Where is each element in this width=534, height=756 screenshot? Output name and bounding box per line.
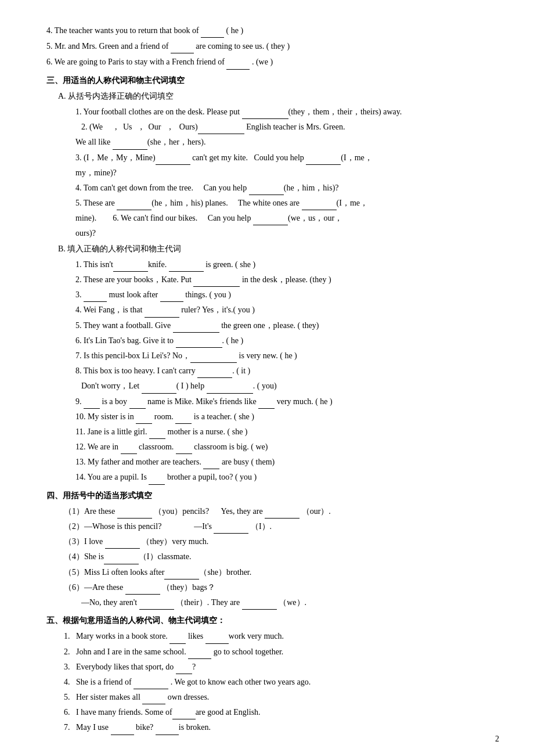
blank-3b12b [176, 445, 192, 454]
q4-4: （4）She is（I）classmate. [64, 549, 499, 564]
blank-3b3b [160, 293, 183, 302]
blank-3b2 [193, 278, 240, 287]
q5-3: 3. Everybody likes that sport, do ? [64, 660, 499, 674]
q3b14: 14. You are a pupil. Is brother a pupil,… [75, 470, 499, 484]
blank-3a6 [253, 216, 288, 225]
q3b13: 13. My father and mother are teachers. a… [75, 455, 499, 469]
q3b12: 12. We are in classroom. classroom is bi… [75, 440, 499, 454]
blank-3b6 [176, 339, 222, 348]
q3b5: 5. They want a football. Give the green … [75, 318, 499, 333]
q3a5d: ours)? [75, 226, 499, 240]
blank-3b5 [173, 323, 219, 333]
q3b9: 9. is a boy name is Mike. Mike's friends… [75, 394, 499, 409]
blank-5-7b [156, 726, 179, 735]
blank-5-6 [172, 710, 196, 719]
blank-3b10b [175, 415, 192, 424]
blank-3b4 [145, 308, 179, 318]
q3b8a: 8. This box is too heavy. I can't carry … [75, 363, 499, 378]
q3a3c: my，mine)? [75, 165, 499, 180]
section-3a-title: A. 从括号内选择正确的代词填空 [58, 89, 499, 103]
blank-4-1a [117, 509, 152, 519]
blank-3b12a [121, 445, 137, 454]
q3b10: 10. My sister is in room. is a teacher. … [75, 409, 499, 424]
q5-6: 6. I have many friends. Some ofare good … [64, 705, 499, 719]
blank-5-3 [176, 665, 192, 674]
blank-5-5 [142, 695, 165, 704]
blank-3b8a [197, 369, 232, 378]
blank-4-6c [242, 600, 277, 610]
blank-5-2 [188, 650, 211, 659]
blank-5-1a [169, 635, 186, 644]
blank-4-6b [139, 600, 174, 610]
section-4-title: 四、用括号中的适当形式填空 [46, 488, 499, 503]
q3b3: 3. must look after things. ( you ) [75, 287, 499, 302]
q3b8b: Don't worry，Let ( I ) help . ( you) [81, 379, 499, 393]
q3b6: 6. It's Lin Tao's bag. Give it to . ( he… [75, 333, 499, 348]
blank-3a1 [242, 110, 288, 119]
section-3-title: 三、用适当的人称代词和物主代词填空 [46, 73, 499, 88]
line-6: 6. We are going to Paris to stay with a … [46, 55, 499, 69]
blank-3b13 [203, 460, 219, 469]
q5-1: 1. Mary works in a book store. likes wor… [64, 629, 499, 643]
blank-4-3 [105, 539, 140, 549]
blank-4-5 [164, 570, 199, 579]
line-5: 5. Mr. and Mrs. Green and a friend of ar… [46, 39, 499, 53]
q4-6a: （6）—Are these （they）bags？ [64, 580, 499, 595]
blank-3a3b [306, 156, 341, 165]
q3a4: 4. Tom can't get down from the tree. Can… [75, 181, 499, 195]
blank-4-6a [125, 585, 160, 595]
blank-3b7 [190, 354, 237, 363]
page-number: 2 [495, 732, 499, 746]
blank-5-1b [205, 635, 229, 644]
blank-3b1a [113, 262, 148, 272]
blank-3b1b [169, 262, 204, 272]
q3a2b: We all like (she，her，hers). [75, 135, 499, 149]
blank-3a3a [156, 156, 190, 165]
blank-3b8b [142, 384, 176, 394]
page-container: 4. The teacher wants you to return that … [46, 23, 499, 735]
blank-4-4 [104, 555, 139, 564]
q3b2: 2. These are your books，Kate. Put in the… [75, 272, 499, 287]
q5-7: 7. May I use bike? is broken. [64, 720, 499, 735]
blank-4 [201, 28, 224, 38]
blank-5-4 [134, 680, 168, 689]
q3a1: 1. Your football clothes are on the desk… [75, 105, 499, 119]
blank-5 [171, 44, 194, 53]
q3b11: 11. Jane is a little girl. mother is a n… [75, 424, 499, 439]
blank-3a2b [113, 141, 147, 150]
q3a5: 5. These are (he，him，his) planes. The wh… [75, 196, 499, 210]
section-3b-title: B. 填入正确的人称代词和物主代词 [58, 242, 499, 256]
q5-2: 2. John and I are in the same school. go… [64, 645, 499, 659]
blank-3b10a [136, 415, 152, 424]
blank-3b3a [84, 293, 107, 302]
blank-3a2a [198, 125, 244, 134]
q3a5c: mine). 6. We can't find our bikes. Can y… [75, 211, 499, 225]
q4-3: （3）I love （they）very much. [64, 534, 499, 549]
q5-5: 5. Her sister makes all own dresses. [64, 690, 499, 704]
blank-3a5a [117, 201, 151, 210]
q4-6b: —No, they aren't （their）. They are （we）. [81, 595, 499, 610]
blank-3b9a [84, 399, 100, 409]
blank-3b9b [129, 399, 146, 409]
blank-6 [226, 60, 250, 70]
q3b1: 1. This isn'tknife. is green. ( she ) [75, 257, 499, 272]
q4-2: （2）—Whose is this pencil? —It's （I）. [64, 519, 499, 534]
q3b7: 7. Is this pencil-box Li Lei's? No， is v… [75, 348, 499, 363]
blank-3b14 [149, 476, 165, 485]
blank-3a5b [302, 201, 337, 210]
q4-1: （1）Are these （you）pencils? Yes, they are… [64, 504, 499, 519]
blank-3b8c [207, 384, 253, 394]
q3b4: 4. Wei Fang，is that ruler? Yes，it's.( yo… [75, 303, 499, 317]
blank-4-2 [214, 524, 248, 534]
q3a2a: 2. (We , Us , Our , Ours) English teache… [81, 120, 499, 134]
blank-3b9c [258, 399, 275, 409]
blank-4-1b [265, 509, 300, 519]
section-5-title: 五、根据句意用适当的人称代词、物主代词填空： [46, 613, 499, 628]
blank-3a4 [249, 186, 284, 195]
blank-5-7a [111, 726, 134, 735]
q3a3: 3. (I，Me，My，Mine) can't get my kite. Cou… [75, 150, 499, 165]
blank-3b11 [149, 430, 165, 439]
q5-4: 4. She is a friend of . We got to know e… [64, 675, 499, 689]
q4-5: （5）Miss Li often looks after（she）brother… [64, 565, 499, 579]
line-4: 4. The teacher wants you to return that … [46, 23, 499, 38]
